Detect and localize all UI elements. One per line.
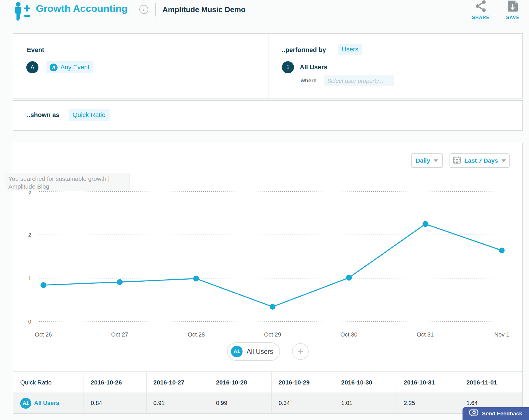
x-tick: Oct 27 <box>111 331 128 338</box>
tooltip-line1: You searched for sustainable growth | <box>8 175 126 183</box>
segment-name: All Users <box>300 64 327 71</box>
any-event-label: Any Event <box>60 64 89 71</box>
any-event-chip[interactable]: A Any Event <box>46 61 93 73</box>
save-button[interactable]: SAVE <box>501 0 525 20</box>
event-badge: A <box>26 61 38 73</box>
data-point[interactable] <box>193 276 199 282</box>
series-all-users <box>40 221 505 310</box>
segment-badge: 1 <box>282 61 294 73</box>
data-point[interactable] <box>423 221 428 227</box>
row-series-name: All Users <box>34 400 59 406</box>
feedback-label: Send Feedback <box>482 410 522 417</box>
legend-series-badge: A1 <box>231 346 243 357</box>
data-point[interactable] <box>40 282 46 288</box>
y-tick-1: 1 <box>28 275 31 281</box>
document-title: Amplitude Music Demo <box>162 5 245 14</box>
data-point[interactable] <box>270 304 275 310</box>
results-table: Quick Ratio 2016-10-26 2016-10-27 2016-1… <box>13 371 523 414</box>
legend-series-label: All Users <box>247 348 273 356</box>
users-chip-label: Users <box>342 46 358 53</box>
shown-as-label: ..shown as <box>27 111 59 119</box>
event-section-label: Event <box>27 46 44 54</box>
y-axis-labels: 3 2 1 0 <box>28 189 31 325</box>
add-series-button[interactable]: + <box>292 343 309 360</box>
table-col-header: 2016-11-01 <box>459 372 522 393</box>
quick-ratio-label: Quick Ratio <box>73 111 106 119</box>
data-point[interactable] <box>499 248 505 253</box>
y-tick-0: 0 <box>28 319 31 325</box>
table-corner-header: Quick Ratio <box>13 372 84 393</box>
data-point[interactable] <box>117 279 123 285</box>
where-label: where <box>301 77 317 84</box>
table-col-header: 2016-10-30 <box>334 372 397 393</box>
x-tick: Oct 29 <box>264 331 281 338</box>
share-icon <box>474 8 487 13</box>
growth-accounting-icon <box>13 2 31 23</box>
x-tick: Oct 26 <box>35 331 52 338</box>
table-value: 2.25 <box>397 393 460 413</box>
user-property-input[interactable] <box>324 75 394 86</box>
table-col-header: 2016-10-29 <box>272 372 334 393</box>
browser-status-tooltip: You searched for sustainable growth | Am… <box>5 173 130 191</box>
users-chip[interactable]: Users <box>338 44 362 55</box>
quick-ratio-chip[interactable]: Quick Ratio <box>69 109 110 121</box>
header-divider <box>498 2 498 13</box>
table-value: 0.91 <box>147 393 209 413</box>
save-icon <box>507 8 518 13</box>
table-value: 0.99 <box>209 393 272 413</box>
performed-by-label: ..performed by <box>282 46 326 54</box>
table-col-header: 2016-10-26 <box>84 372 147 393</box>
info-icon[interactable]: i <box>139 5 148 14</box>
y-tick-2: 2 <box>28 232 31 238</box>
tooltip-line2: Amplitude Blog <box>8 183 126 190</box>
share-button[interactable]: SHARE <box>469 0 493 20</box>
legend-all-users-pill[interactable]: A1 All Users <box>227 342 280 361</box>
x-tick: Oct 28 <box>188 331 205 338</box>
series-line <box>43 224 502 307</box>
gridlines <box>39 192 507 321</box>
feedback-camera-icon <box>469 409 478 418</box>
table-col-header: 2016-10-31 <box>397 372 460 393</box>
table-row-label[interactable]: A1 All Users <box>13 393 84 413</box>
share-label: SHARE <box>469 15 493 20</box>
table-value: 0.34 <box>272 393 334 413</box>
table-value: 0.84 <box>84 393 147 413</box>
amplitude-logo-icon: A <box>50 64 58 71</box>
table-col-header: 2016-10-28 <box>209 372 272 393</box>
growth-accounting-page: Growth Accounting i Amplitude Music Demo… <box>0 0 529 420</box>
send-feedback-button[interactable]: Send Feedback <box>463 407 529 420</box>
table-value: 1.01 <box>334 393 397 413</box>
table-col-header: 2016-10-27 <box>147 372 209 393</box>
row-series-badge: A1 <box>20 398 31 409</box>
save-label: SAVE <box>501 15 525 20</box>
x-tick: Nov 1 <box>494 331 509 338</box>
x-axis-labels: Oct 26 Oct 27 Oct 28 Oct 29 Oct 30 Oct 3… <box>35 331 510 338</box>
page-title: Growth Accounting <box>36 3 128 14</box>
x-tick: Oct 31 <box>417 331 434 338</box>
data-point[interactable] <box>346 275 352 281</box>
x-tick: Oct 30 <box>341 331 358 338</box>
query-panel-divider <box>269 34 269 98</box>
title-divider <box>155 3 156 16</box>
